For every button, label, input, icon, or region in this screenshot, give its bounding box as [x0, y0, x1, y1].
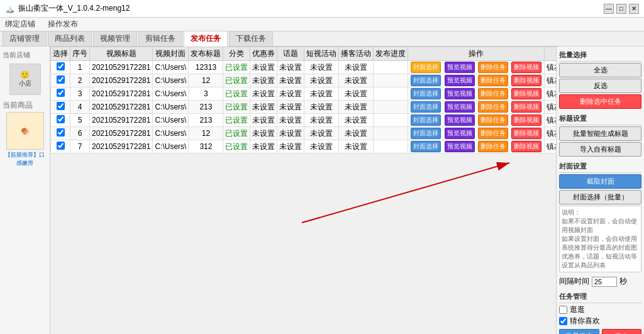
cell-category: 已设置 [223, 114, 250, 127]
cell-checkbox[interactable] [51, 74, 70, 87]
delete-video-btn[interactable]: 删除视频 [511, 101, 541, 113]
product-name[interactable]: 【筋膜推荐】口感嫩滑 [3, 151, 47, 167]
cover-select-btn[interactable]: 封面选择 [411, 62, 441, 73]
batch-cover-select-button[interactable]: 封面选择（批量） [559, 190, 641, 204]
cell-topic: 未设置 [277, 87, 304, 101]
minimize-button[interactable]: — [604, 4, 614, 14]
cover-select-btn[interactable]: 封面选择 [411, 88, 441, 99]
cell-checkbox[interactable] [51, 127, 70, 140]
preview-video-btn[interactable]: 预览视频 [445, 88, 475, 99]
delete-task-btn[interactable]: 删除任务 [478, 62, 508, 73]
tab-clip-task[interactable]: 剪辑任务 [138, 31, 182, 46]
delete-video-btn[interactable]: 删除视频 [511, 75, 541, 86]
cover-select-btn[interactable]: 封面选择 [411, 101, 441, 113]
delete-video-btn[interactable]: 删除视频 [511, 88, 541, 99]
cell-checkbox[interactable] [51, 61, 70, 74]
delete-video-btn[interactable]: 删除视频 [511, 62, 541, 73]
cell-topic: 未设置 [277, 114, 304, 127]
col-coupon: 优惠券 [250, 47, 277, 61]
preview-video-btn[interactable]: 预览视频 [445, 101, 475, 113]
cell-podcast: 未设置 [339, 87, 374, 101]
avatar-emoji: 🙂 [20, 70, 30, 79]
cell-video-title: 20210529172281 [90, 74, 153, 87]
nav-tabs: 店铺管理 商品列表 视频管理 剪辑任务 发布任务 下载任务 [0, 31, 644, 47]
delete-video-btn[interactable]: 删除视频 [511, 128, 541, 139]
col-video-cover: 视频封面 [153, 47, 189, 61]
main-layout: 当前店铺 🙂 小店 当前商品 🍖 【筋膜推荐】口感嫩滑 选择 序号 [0, 47, 644, 334]
cover-select-btn[interactable]: 封面选择 [411, 128, 441, 139]
cell-actions: 封面选择 预览视频 删除任务 删除视频 [408, 114, 545, 127]
option2-checkbox[interactable] [559, 317, 567, 325]
col-shop: 店铺 [545, 47, 556, 61]
delete-task-btn[interactable]: 删除任务 [478, 114, 508, 126]
cell-video-title: 20210529172281 [90, 127, 153, 140]
cell-actions: 封面选择 预览视频 删除任务 删除视频 [408, 61, 545, 74]
delete-task-btn[interactable]: 删除任务 [478, 88, 508, 99]
product-thumbnail[interactable]: 🍖 [6, 112, 44, 150]
delete-video-btn[interactable]: 删除视频 [511, 141, 541, 152]
cell-coupon: 未设置 [250, 101, 277, 114]
cell-video-cover: C:\Users\ [153, 87, 189, 101]
maximize-button[interactable]: □ [616, 4, 626, 14]
shop-avatar[interactable]: 🙂 小店 [9, 64, 41, 95]
cell-coupon: 未设置 [250, 127, 277, 140]
tab-publish-task[interactable]: 发布任务 [184, 31, 228, 47]
cell-checkbox[interactable] [51, 114, 70, 127]
cell-video-title: 20210529172281 [90, 61, 153, 74]
cell-coupon: 未设置 [250, 114, 277, 127]
stop-button[interactable]: 停止 [602, 329, 642, 334]
preview-video-btn[interactable]: 预览视频 [445, 141, 475, 152]
tab-video-mgmt[interactable]: 视频管理 [93, 31, 137, 46]
batch-gen-title-button[interactable]: 批量智能生成标题 [559, 126, 641, 141]
cell-checkbox[interactable] [51, 140, 70, 153]
delete-task-btn[interactable]: 删除任务 [478, 75, 508, 86]
cell-actions: 封面选择 预览视频 删除任务 删除视频 [408, 127, 545, 140]
cell-seq: 5 [70, 114, 90, 127]
cell-seq: 2 [70, 74, 90, 87]
current-product-label: 当前商品 🍖 【筋膜推荐】口感嫩滑 [3, 100, 47, 167]
current-shop-label: 当前店铺 [3, 49, 47, 61]
select-all-button[interactable]: 全选 [559, 63, 641, 77]
import-custom-title-button[interactable]: 导入自有标题 [559, 142, 641, 157]
cover-select-btn[interactable]: 封面选择 [411, 114, 441, 126]
cell-pub-title: 12313 [189, 61, 223, 74]
menu-publish-ops[interactable]: 操作发布 [45, 18, 80, 31]
preview-video-btn[interactable]: 预览视频 [445, 75, 475, 86]
cover-select-btn[interactable]: 封面选择 [411, 141, 441, 152]
table-row: 1 20210529172281 C:\Users\ 12313 已设置 未设置… [51, 61, 557, 74]
cell-checkbox[interactable] [51, 87, 70, 101]
preview-video-btn[interactable]: 预览视频 [445, 128, 475, 139]
delete-selected-button[interactable]: 删除选中任务 [559, 94, 641, 109]
cell-video-title: 20210529172281 [90, 140, 153, 153]
crop-cover-button[interactable]: 截取封面 [559, 174, 641, 189]
cell-topic: 未设置 [277, 101, 304, 114]
delete-task-btn[interactable]: 删除任务 [478, 141, 508, 152]
interval-row: 间隔时间 秒 [559, 276, 641, 287]
preview-video-btn[interactable]: 预览视频 [445, 62, 475, 73]
cell-pub-title: 312 [189, 140, 223, 153]
cell-category: 已设置 [223, 101, 250, 114]
tab-product-list[interactable]: 商品列表 [48, 31, 92, 46]
option1-checkbox[interactable] [559, 306, 567, 314]
cell-checkbox[interactable] [51, 101, 70, 114]
delete-task-btn[interactable]: 删除任务 [478, 128, 508, 139]
delete-video-btn[interactable]: 删除视频 [511, 114, 541, 126]
option2-label: 猜你喜欢 [570, 316, 600, 326]
cell-podcast: 未设置 [339, 61, 374, 74]
delete-task-btn[interactable]: 删除任务 [478, 101, 508, 113]
close-button[interactable]: ✕ [629, 4, 639, 14]
cell-video-cover: C:\Users\ [153, 101, 189, 114]
cover-select-btn[interactable]: 封面选择 [411, 75, 441, 86]
sidebar: 当前店铺 🙂 小店 当前商品 🍖 【筋膜推荐】口感嫩滑 [0, 47, 50, 334]
tab-download-task[interactable]: 下载任务 [229, 31, 273, 46]
interval-input[interactable] [592, 277, 617, 287]
menu-bind-shop[interactable]: 绑定店铺 [3, 18, 38, 31]
col-video-title: 视频标题 [90, 47, 153, 61]
tab-shop-mgmt[interactable]: 店铺管理 [3, 31, 47, 46]
invert-select-button[interactable]: 反选 [559, 79, 641, 93]
preview-video-btn[interactable]: 预览视频 [445, 114, 475, 126]
cell-coupon: 未设置 [250, 74, 277, 87]
cell-category: 已设置 [223, 127, 250, 140]
batch-publish-button[interactable]: 批量发布 [559, 329, 599, 334]
col-pub-title: 发布标题 [189, 47, 223, 61]
